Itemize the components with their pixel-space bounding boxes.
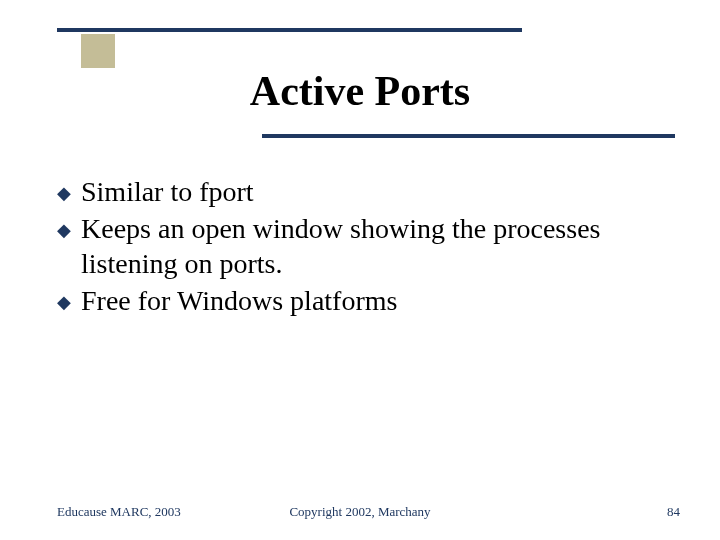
bullet-text: Keeps an open window showing the process… — [81, 211, 667, 281]
list-item: ◆ Similar to fport — [57, 174, 667, 209]
bullet-list: ◆ Similar to fport ◆ Keeps an open windo… — [57, 174, 667, 320]
accent-square — [81, 34, 115, 68]
list-item: ◆ Keeps an open window showing the proce… — [57, 211, 667, 281]
slide-number: 84 — [667, 504, 680, 520]
mid-rule — [262, 134, 675, 138]
bullet-text: Free for Windows platforms — [81, 283, 397, 318]
slide: Active Ports ◆ Similar to fport ◆ Keeps … — [0, 0, 720, 540]
bullet-text: Similar to fport — [81, 174, 254, 209]
diamond-bullet-icon: ◆ — [57, 221, 71, 239]
top-rule — [57, 28, 522, 32]
footer-center: Copyright 2002, Marchany — [0, 504, 720, 520]
diamond-bullet-icon: ◆ — [57, 184, 71, 202]
diamond-bullet-icon: ◆ — [57, 293, 71, 311]
slide-title: Active Ports — [0, 67, 720, 115]
list-item: ◆ Free for Windows platforms — [57, 283, 667, 318]
